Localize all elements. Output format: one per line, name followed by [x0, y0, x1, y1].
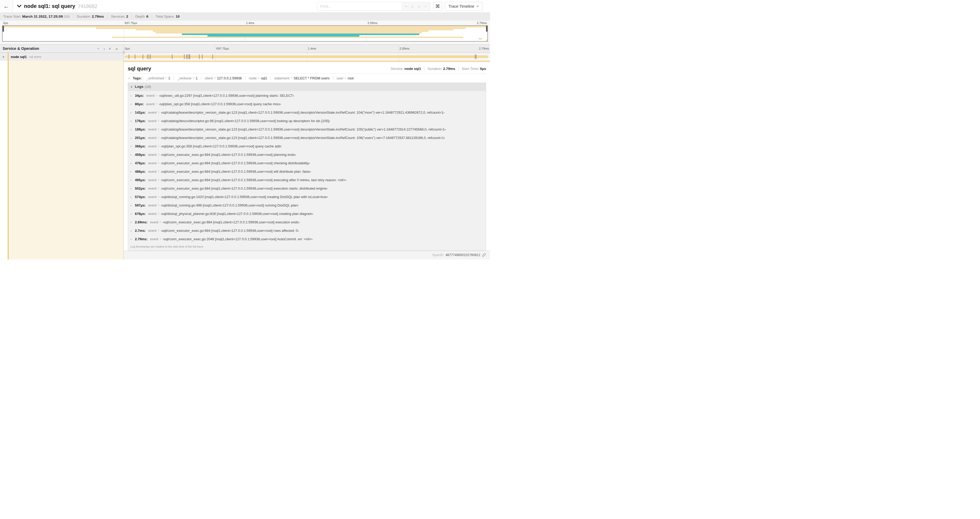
expand-log-icon[interactable]: ›: [130, 220, 135, 224]
collapse-logs-icon[interactable]: ∨: [130, 85, 135, 89]
next-match-icon[interactable]: ∨: [418, 5, 420, 8]
span-duration-bar[interactable]: [125, 55, 488, 58]
logs-block: ∨ Logs (18) ›34μs:event=‹sql/exec_util.g…: [128, 83, 486, 251]
tag-key: client: [205, 76, 213, 80]
log-equals: =: [158, 136, 159, 139]
trace-info-label: Trace Start: [3, 15, 21, 18]
collapse-span-icon[interactable]: ∨: [2, 55, 5, 59]
log-equals: =: [158, 153, 159, 156]
log-value: ‹sql/distsql_physical_planner.go:828 [ns…: [161, 212, 313, 216]
log-key: event: [148, 144, 156, 148]
log-row[interactable]: ›459μs:event=‹sql/conn_executor_exec.go:…: [128, 150, 486, 159]
log-marker: [476, 54, 476, 59]
minimap-canvas[interactable]: [2, 25, 488, 42]
log-row[interactable]: ›366μs:event=‹sql/plan_opt.go:358 [nsql1…: [128, 142, 486, 150]
span-row-timeline[interactable]: [124, 53, 490, 61]
collapse-trace-icon[interactable]: [17, 5, 21, 8]
log-equals: =: [156, 102, 158, 105]
log-row[interactable]: ›2.7ms:event=‹sql/conn_executor_exec.go:…: [128, 226, 486, 235]
collapse-all-icon[interactable]: »: [108, 48, 112, 50]
log-row[interactable]: ›574μs:event=‹sql/distsql_running.go:142…: [128, 193, 486, 201]
minimap-span-bar: [486, 40, 487, 41]
log-value: ‹sql/catalog/lease/descriptor_version_st…: [161, 136, 445, 140]
log-value: ‹sql/conn_executor_exec.go:684 [nsql1,cl…: [161, 153, 296, 156]
log-row[interactable]: ›34μs:event=‹sql/exec_util.go:2297 [nsql…: [128, 91, 486, 100]
minimap-right-scrubber[interactable]: [486, 26, 487, 32]
timeline-ruler[interactable]: 0μs697.75μs1.4ms2.09ms2.79ms: [124, 45, 490, 53]
log-equals: =: [158, 178, 159, 181]
log-key: event: [148, 153, 156, 156]
log-equals: =: [158, 119, 159, 122]
clear-find-icon[interactable]: ×: [425, 5, 426, 8]
log-rows: ›34μs:event=‹sql/exec_util.go:2297 [nsql…: [128, 91, 486, 243]
expand-log-icon[interactable]: ›: [130, 102, 135, 106]
tags-row[interactable]: › Tags: _unfinished=1_verbose=1client=12…: [128, 74, 486, 83]
back-button[interactable]: ←: [0, 0, 13, 13]
log-key: event: [150, 237, 158, 241]
detail-operation-title: sql query: [128, 65, 151, 72]
log-row[interactable]: ›176μs:event=‹sql/catalog/descs/descript…: [128, 117, 486, 125]
expand-log-icon[interactable]: ›: [130, 161, 135, 165]
locate-icon[interactable]: ⌖: [405, 5, 407, 8]
expand-log-icon[interactable]: ›: [130, 94, 135, 97]
expand-log-icon[interactable]: ›: [130, 136, 135, 140]
previous-match-icon[interactable]: ∧: [411, 5, 414, 8]
expand-log-icon[interactable]: ›: [130, 110, 135, 115]
log-row[interactable]: ›2.69ms:event=‹sql/conn_executor_exec.go…: [128, 218, 486, 226]
copy-link-icon[interactable]: [482, 253, 486, 257]
expand-log-icon[interactable]: ›: [130, 187, 135, 190]
log-value: ‹sql/distsql_running.go:1420 [nsql1,clie…: [161, 195, 328, 199]
expand-log-icon[interactable]: ›: [130, 203, 135, 207]
keyboard-shortcuts-button[interactable]: ⌘: [433, 2, 442, 11]
log-key: event: [148, 212, 156, 216]
expand-log-icon[interactable]: ›: [130, 169, 135, 174]
log-key: event: [148, 203, 156, 207]
detail-panel-spacer: [124, 259, 490, 260]
log-equals: =: [158, 204, 159, 207]
log-row[interactable]: ›80μs:event=‹sql/plan_opt.go:358 [nsql1,…: [128, 100, 486, 108]
span-row-label[interactable]: ∨ node sql1 sql query: [0, 53, 124, 61]
log-row[interactable]: ›201μs:event=‹sql/catalog/lease/descript…: [128, 133, 486, 142]
log-row[interactable]: ›495μs:event=‹sql/conn_executor_exec.go:…: [128, 176, 486, 184]
expand-log-icon[interactable]: ›: [130, 144, 135, 148]
expand-all-icon[interactable]: »: [116, 47, 118, 51]
tags-label: Tags:: [133, 76, 142, 80]
log-row[interactable]: ›2.79ms:event=‹sql/conn_executor_exec.go…: [128, 235, 486, 243]
log-row[interactable]: ›142μs:event=‹sql/catalog/lease/descript…: [128, 108, 486, 117]
minimap-left-scrubber[interactable]: [3, 26, 4, 32]
trace-view-selector[interactable]: Trace Timeline: [445, 2, 483, 11]
column-resize-grip[interactable]: [123, 51, 125, 54]
expand-tags-icon[interactable]: ›: [128, 76, 133, 80]
expand-log-icon[interactable]: ›: [130, 119, 135, 123]
detail-title-row: sql query Service: node sql1Duration: 2.…: [128, 64, 486, 73]
log-marker: [150, 54, 151, 59]
trace-view-selector-label: Trace Timeline: [449, 4, 474, 8]
detail-left-column: [0, 61, 124, 260]
log-row[interactable]: ›486μs:event=‹sql/conn_executor_exec.go:…: [128, 167, 486, 176]
expand-log-icon[interactable]: ›: [130, 212, 135, 216]
collapse-one-icon[interactable]: ›: [97, 48, 101, 50]
logs-header[interactable]: ∨ Logs (18): [128, 83, 486, 91]
expand-log-icon[interactable]: ›: [130, 237, 135, 241]
detail-meta-value: 0μs: [480, 67, 486, 71]
tag-equals: =: [165, 76, 167, 80]
log-key: event: [146, 102, 154, 106]
log-equals: =: [158, 187, 159, 190]
log-timestamp: 597μs:: [135, 203, 146, 207]
find-input[interactable]: [317, 2, 401, 11]
expand-log-icon[interactable]: ›: [130, 178, 135, 182]
log-equals: =: [158, 195, 159, 198]
expand-one-icon[interactable]: ›: [103, 47, 105, 51]
log-row[interactable]: ›502μs:event=‹sql/conn_executor_exec.go:…: [128, 184, 486, 193]
log-row[interactable]: ›678μs:event=‹sql/distsql_physical_plann…: [128, 209, 486, 218]
log-row[interactable]: ›597μs:event=‹sql/distsql_running.go:498…: [128, 201, 486, 209]
expand-log-icon[interactable]: ›: [130, 128, 135, 131]
log-row[interactable]: ›476μs:event=‹sql/conn_executor_exec.go:…: [128, 159, 486, 167]
service-operation-header: Service & Operation ››»»: [0, 45, 124, 53]
expand-log-icon[interactable]: ›: [130, 153, 135, 156]
expand-log-icon[interactable]: ›: [130, 228, 135, 233]
log-value: ‹sql/catalog/descs/descriptor.go:98 [nsq…: [161, 119, 330, 123]
expand-log-icon[interactable]: ›: [130, 195, 135, 199]
log-timestamp: 80μs:: [135, 102, 144, 106]
log-row[interactable]: ›189μs:event=‹sql/catalog/lease/descript…: [128, 125, 486, 133]
